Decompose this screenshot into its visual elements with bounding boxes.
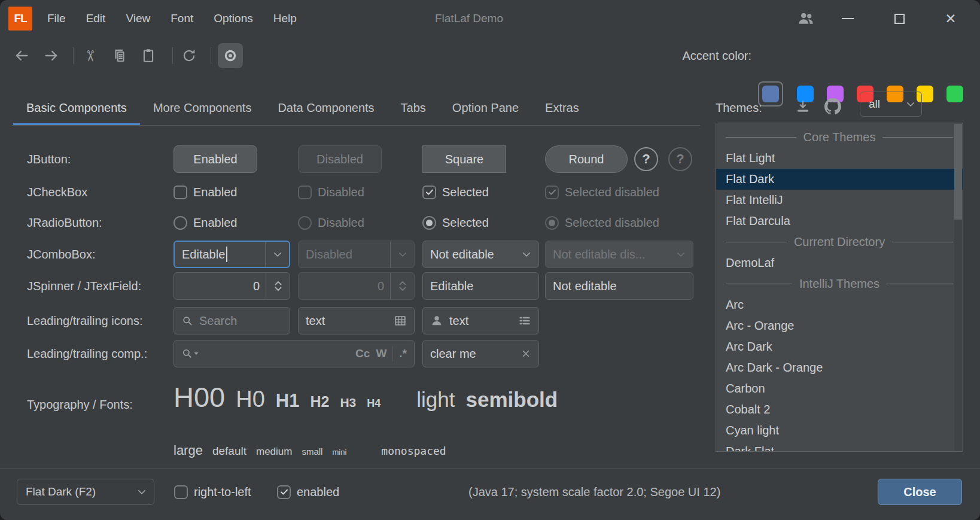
window-title: FlatLaf Demo: [349, 0, 589, 37]
round-button[interactable]: Round: [545, 145, 628, 173]
radio-label: Enabled: [193, 216, 237, 230]
app-window: FL File Edit View Font Options Help Flat…: [0, 0, 980, 520]
tab-data-components[interactable]: Data Components: [264, 90, 387, 126]
spinner-enabled[interactable]: 0: [174, 272, 290, 300]
tab-label: Data Components: [278, 101, 374, 115]
forward-button[interactable]: [41, 45, 62, 66]
search-field[interactable]: Search: [174, 307, 290, 334]
github-icon: [824, 98, 841, 115]
download-themes-button[interactable]: [793, 97, 812, 116]
copy-icon: [112, 48, 127, 63]
text-field-user-list[interactable]: text: [422, 307, 539, 334]
square-button[interactable]: Square: [422, 145, 506, 173]
clear-icon[interactable]: [521, 348, 531, 359]
theme-item-arc-orange[interactable]: Arc - Orange: [716, 315, 963, 336]
combobox-not-editable[interactable]: Not editable: [422, 241, 539, 268]
combobox-value: Not editable: [423, 248, 515, 261]
jcheckbox-row: JCheckBox Enabled Disabled Selected Sele…: [0, 180, 712, 205]
regex-button[interactable]: .*: [399, 347, 407, 360]
chevron-down-icon[interactable]: [515, 241, 538, 267]
checkbox-enabled[interactable]: Enabled: [174, 180, 237, 205]
statusbar-divider: [0, 469, 980, 469]
menu-options[interactable]: Options: [203, 12, 263, 25]
rtl-checkbox[interactable]: right-to-left: [174, 479, 251, 505]
jcombobox-row: JComboBox: Editable Disabled Not editabl…: [0, 241, 712, 268]
list-icon[interactable]: [518, 314, 531, 327]
theme-item-demolaf[interactable]: DemoLaf: [716, 253, 963, 273]
radio-label: Selected disabled: [565, 216, 659, 230]
close-window-button[interactable]: ✕: [935, 0, 966, 37]
checkbox-selected[interactable]: Selected: [422, 180, 489, 205]
scrollbar-thumb[interactable]: [954, 124, 962, 220]
clear-me-field[interactable]: clear me: [422, 340, 539, 367]
theme-item-arc-dark[interactable]: Arc Dark: [716, 336, 963, 357]
light-sample: light: [416, 388, 455, 412]
close-button[interactable]: Close: [878, 479, 962, 505]
theme-item-cyan-light[interactable]: Cyan light: [716, 420, 963, 441]
theme-filter-combobox[interactable]: all: [860, 92, 922, 117]
tab-extras[interactable]: Extras: [532, 90, 592, 126]
copy-button[interactable]: [109, 45, 130, 66]
radio-enabled[interactable]: Enabled: [174, 210, 237, 235]
help-button[interactable]: ?: [634, 147, 658, 171]
enabled-checkbox[interactable]: enabled: [277, 479, 339, 505]
theme-list-scrollbar[interactable]: [954, 124, 962, 451]
chevron-down-icon[interactable]: [265, 242, 289, 267]
search-field-with-options[interactable]: Cc W .*: [174, 340, 415, 367]
theme-item-flat-light[interactable]: Flat Light: [716, 148, 963, 169]
menu-font[interactable]: Font: [160, 12, 203, 25]
radio-selected-icon: [422, 216, 436, 230]
table-icon[interactable]: [394, 314, 407, 327]
spinner-arrows-icon[interactable]: [266, 273, 290, 299]
text-caret: [226, 247, 227, 262]
h00-sample: H00: [174, 381, 225, 413]
inspect-toggle-button[interactable]: [218, 43, 243, 68]
menu-edit[interactable]: Edit: [76, 12, 116, 25]
match-case-button[interactable]: Cc: [355, 347, 370, 360]
theme-item-dark-flat[interactable]: Dark Flat: [716, 441, 963, 452]
combobox-editable[interactable]: Editable: [174, 241, 290, 268]
textfield-editable[interactable]: Editable: [422, 272, 539, 300]
theme-item-arc-dark-orange[interactable]: Arc Dark - Orange: [716, 357, 963, 378]
tab-option-pane[interactable]: Option Pane: [439, 90, 532, 126]
search-placeholder: Search: [199, 314, 237, 328]
leading-icons-row: Leading/trailing icons: Search text text: [0, 307, 712, 334]
tab-basic-components[interactable]: Basic Components: [13, 90, 140, 126]
statusbar: Flat Dark (F2) right-to-left enabled (Ja…: [0, 479, 980, 506]
theme-item-flat-darcula[interactable]: Flat Darcula: [716, 211, 963, 232]
github-button[interactable]: [823, 97, 842, 116]
checkbox-disabled: Disabled: [298, 180, 364, 205]
whole-word-button[interactable]: W: [376, 347, 386, 360]
tab-more-components[interactable]: More Components: [140, 90, 265, 126]
semibold-sample: semibold: [466, 388, 558, 412]
cut-button[interactable]: ✂: [79, 45, 101, 66]
minimize-button[interactable]: [832, 0, 863, 37]
radio-selected[interactable]: Selected: [422, 210, 489, 235]
text-field-table[interactable]: text: [298, 307, 415, 334]
tab-tabs[interactable]: Tabs: [388, 90, 439, 126]
theme-item-carbon[interactable]: Carbon: [716, 378, 963, 399]
accent-color-label: Accent color:: [645, 37, 751, 74]
theme-item-arc[interactable]: Arc: [716, 294, 963, 315]
theme-item-cobalt-2[interactable]: Cobalt 2: [716, 399, 963, 420]
titlebar: FL File Edit View Font Options Help Flat…: [0, 0, 980, 37]
maximize-button[interactable]: [884, 0, 915, 37]
laf-chooser-combobox[interactable]: Flat Dark (F2): [17, 479, 154, 505]
menu-help[interactable]: Help: [263, 12, 307, 25]
checkbox-checked-icon: [545, 186, 559, 199]
theme-item-flat-dark-selected[interactable]: Flat Dark: [716, 169, 963, 190]
refresh-button[interactable]: [178, 45, 200, 66]
menu-file[interactable]: File: [37, 12, 76, 25]
users-button[interactable]: [790, 0, 821, 37]
h4-sample: H4: [367, 397, 381, 410]
back-button[interactable]: [11, 45, 32, 66]
separator-label: IntelliJ Themes: [799, 277, 879, 291]
paste-button[interactable]: [138, 45, 159, 66]
enabled-button[interactable]: Enabled: [174, 145, 257, 173]
theme-item-flat-intellij[interactable]: Flat IntelliJ: [716, 190, 963, 211]
spinner-value: 0: [174, 279, 266, 293]
accent-swatch-green[interactable]: [946, 86, 963, 102]
search-with-caret-icon[interactable]: [181, 348, 199, 360]
textfield-value: text: [449, 314, 468, 328]
menu-view[interactable]: View: [115, 12, 160, 25]
